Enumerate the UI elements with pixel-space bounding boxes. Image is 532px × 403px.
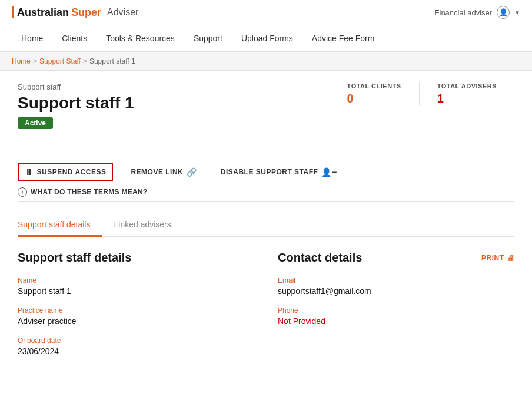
- support-staff-details-col: Support staff details Name Support staff…: [18, 251, 254, 366]
- contact-header: Contact details PRINT 🖨: [278, 251, 514, 265]
- logo-accent: [12, 6, 14, 18]
- suspend-label: SUSPEND ACCESS: [37, 168, 107, 176]
- info-icon: i: [18, 187, 27, 197]
- nav-upload-forms[interactable]: Upload Forms: [232, 25, 302, 51]
- logo-text-aus: Australian: [17, 6, 69, 19]
- details-grid: Support staff details Name Support staff…: [18, 251, 514, 366]
- suspend-icon: ⏸: [25, 167, 34, 177]
- nav-advice-fee-form[interactable]: Advice Fee Form: [302, 25, 384, 51]
- tab-linked-advisers[interactable]: Linked advisers: [114, 214, 182, 237]
- stat-clients-value: 0: [347, 92, 401, 105]
- breadcrumb-home[interactable]: Home: [12, 57, 31, 65]
- top-bar: AustralianSuper Adviser Financial advise…: [0, 0, 532, 25]
- page-content: Support staff Support staff 1 Active TOT…: [0, 71, 532, 378]
- actions-bar: ⏸ SUSPEND ACCESS REMOVE LINK 🔗 DISABLE S…: [18, 153, 514, 202]
- logo-text-super: Super: [71, 6, 101, 19]
- print-button[interactable]: PRINT 🖨: [481, 254, 514, 262]
- field-phone: Phone Not Provided: [278, 306, 514, 326]
- field-email-value: supportstaff1@gmail.com: [278, 286, 514, 296]
- field-name-value: Support staff 1: [18, 286, 254, 296]
- stat-total-advisers: TOTAL ADVISERS 1: [419, 82, 514, 105]
- header-section: Support staff Support staff 1 Active TOT…: [18, 82, 514, 141]
- nav-clients[interactable]: Clients: [52, 25, 97, 51]
- financial-adviser-label: Financial adviser: [435, 8, 493, 17]
- breadcrumb: Home > Support Staff > Support staff 1: [0, 52, 532, 71]
- support-staff-details-title: Support staff details: [18, 251, 254, 265]
- header-left: Support staff Support staff 1 Active: [18, 82, 330, 129]
- field-phone-value: Not Provided: [278, 316, 514, 326]
- page-title: Support staff 1: [18, 94, 330, 113]
- disable-label: DISABLE SUPPORT STAFF: [221, 168, 318, 176]
- suspend-access-button[interactable]: ⏸ SUSPEND ACCESS: [18, 163, 113, 181]
- stat-clients-label: TOTAL CLIENTS: [347, 82, 401, 90]
- logo-adviser-label: Adviser: [107, 7, 138, 18]
- print-icon: 🖨: [507, 254, 515, 262]
- breadcrumb-sep-1: >: [33, 57, 37, 65]
- remove-label: REMOVE LINK: [131, 168, 183, 176]
- field-onboard-date: Onboard date 23/06/2024: [18, 336, 254, 356]
- breadcrumb-support-staff[interactable]: Support Staff: [39, 57, 81, 65]
- field-email-label: Email: [278, 276, 514, 285]
- header-stats: TOTAL CLIENTS 0 TOTAL ADVISERS 1: [330, 82, 514, 105]
- tabs-row: Support staff details Linked advisers: [18, 214, 514, 237]
- disable-support-staff-button[interactable]: DISABLE SUPPORT STAFF 👤−: [215, 164, 343, 180]
- remove-icon: 🔗: [187, 167, 197, 177]
- remove-link-button[interactable]: REMOVE LINK 🔗: [125, 164, 202, 180]
- nav-bar: Home Clients Tools & Resources Support U…: [0, 25, 532, 52]
- field-name-label: Name: [18, 276, 254, 285]
- field-practice-value: Adviser practice: [18, 316, 254, 326]
- field-name: Name Support staff 1: [18, 276, 254, 296]
- disable-icon: 👤−: [321, 167, 337, 177]
- contact-details-title: Contact details: [278, 251, 362, 265]
- breadcrumb-current: Support staff 1: [89, 57, 135, 65]
- field-practice-label: Practice name: [18, 306, 254, 315]
- nav-tools-resources[interactable]: Tools & Resources: [97, 25, 184, 51]
- breadcrumb-sep-2: >: [83, 57, 87, 65]
- nav-support[interactable]: Support: [184, 25, 232, 51]
- nav-home[interactable]: Home: [12, 25, 52, 51]
- print-label: PRINT: [481, 254, 504, 262]
- stat-advisers-label: TOTAL ADVISERS: [437, 82, 497, 90]
- status-badge: Active: [18, 117, 53, 129]
- top-right: Financial adviser 👤 ▼: [435, 6, 520, 19]
- tab-support-staff-details[interactable]: Support staff details: [18, 214, 102, 237]
- field-onboard-value: 23/06/2024: [18, 346, 254, 356]
- support-staff-label: Support staff: [18, 82, 330, 91]
- terms-row[interactable]: i WHAT DO THESE TERMS MEAN?: [18, 187, 514, 197]
- action-buttons: ⏸ SUSPEND ACCESS REMOVE LINK 🔗 DISABLE S…: [18, 163, 514, 181]
- stat-total-clients: TOTAL CLIENTS 0: [330, 82, 419, 105]
- user-icon[interactable]: 👤: [497, 6, 510, 19]
- logo: AustralianSuper Adviser: [12, 6, 138, 19]
- field-phone-label: Phone: [278, 306, 514, 315]
- stat-advisers-value: 1: [437, 92, 497, 105]
- field-onboard-label: Onboard date: [18, 336, 254, 345]
- field-practice-name: Practice name Adviser practice: [18, 306, 254, 326]
- contact-details-col: Contact details PRINT 🖨 Email supportsta…: [278, 251, 514, 366]
- field-email: Email supportstaff1@gmail.com: [278, 276, 514, 296]
- terms-label: WHAT DO THESE TERMS MEAN?: [31, 188, 148, 196]
- logo-area: AustralianSuper Adviser: [12, 6, 138, 19]
- chevron-down-icon[interactable]: ▼: [514, 9, 520, 16]
